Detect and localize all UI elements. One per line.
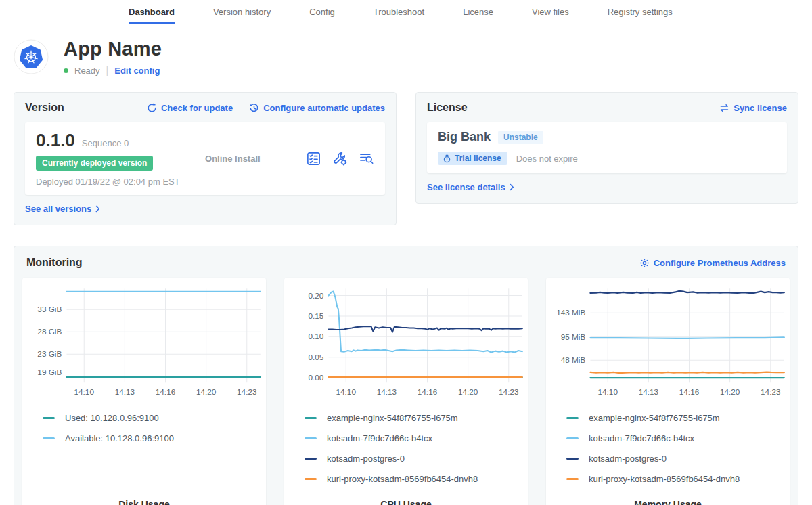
svg-text:0.10: 0.10 (308, 332, 323, 341)
legend-swatch (43, 437, 55, 439)
see-license-details-link[interactable]: See license details (427, 182, 514, 192)
svg-text:14:16: 14:16 (418, 387, 438, 396)
see-all-versions-link[interactable]: See all versions (25, 204, 100, 214)
svg-text:14:10: 14:10 (336, 387, 357, 396)
svg-text:14:23: 14:23 (499, 387, 519, 396)
legend-label: example-nginx-54f8f76755-l675m (327, 413, 458, 423)
tab-version-history[interactable]: Version history (213, 0, 271, 24)
chart-title-disk-usage: Disk Usage (22, 484, 266, 505)
app-status-text: Ready (74, 66, 100, 76)
legend-label: kurl-proxy-kotsadm-8569fb6454-dnvh8 (327, 474, 478, 484)
version-card-title: Version (25, 102, 64, 114)
svg-text:14:23: 14:23 (237, 387, 257, 396)
svg-text:19 GiB: 19 GiB (37, 368, 62, 376)
legend-item-example-nginx-54f8f76755-l675m[interactable]: example-nginx-54f8f76755-l675m (304, 413, 528, 423)
gear-icon (639, 258, 650, 268)
install-type-label: Online Install (205, 154, 261, 164)
app-title: App Name (64, 38, 162, 60)
chart-legend-memory-usage: example-nginx-54f8f76755-l675mkotsadm-7f… (566, 413, 790, 484)
chart-legend-disk-usage: Used: 10.128.0.96:9100Available: 10.128.… (43, 413, 266, 443)
svg-text:14:13: 14:13 (377, 387, 397, 396)
legend-label: kotsadm-7f9dc7d66c-b4tcx (327, 433, 432, 443)
svg-text:0.15: 0.15 (308, 311, 323, 320)
sync-license-button[interactable]: Sync license (719, 103, 787, 113)
configure-prometheus-button[interactable]: Configure Prometheus Address (639, 258, 786, 268)
svg-text:14:16: 14:16 (156, 387, 176, 396)
chart-card-disk-usage: 14:1014:1314:1614:2014:2333 GiB28 GiB23 … (22, 278, 266, 505)
legend-item-kurl-proxy-kotsadm-8569fb6454-dnvh8[interactable]: kurl-proxy-kotsadm-8569fb6454-dnvh8 (566, 474, 790, 484)
legend-swatch (566, 478, 579, 480)
update-schedule-icon (249, 103, 259, 113)
chart-plot-cpu-usage[interactable]: 14:1014:1314:1614:2014:230.200.150.100.0… (284, 280, 528, 402)
legend-item-used-10-128-0-96-9100[interactable]: Used: 10.128.0.96:9100 (43, 413, 266, 423)
edit-config-link[interactable]: Edit config (114, 66, 160, 76)
svg-text:14:10: 14:10 (598, 387, 618, 396)
svg-text:14:20: 14:20 (196, 387, 217, 396)
chevron-right-icon (95, 205, 100, 213)
top-nav: DashboardVersion historyConfigTroublesho… (0, 0, 812, 24)
legend-label: Used: 10.128.0.96:9100 (65, 413, 159, 423)
sequence-label: Sequence 0 (82, 138, 129, 148)
chart-card-memory-usage: 14:1014:1314:1614:2014:23143 MiB95 MiB48… (546, 278, 790, 505)
svg-text:14:13: 14:13 (115, 387, 135, 396)
svg-text:14:23: 14:23 (761, 387, 781, 396)
legend-item-available-10-128-0-96-9100[interactable]: Available: 10.128.0.96:9100 (43, 433, 266, 443)
license-card: License Sync license Big Bank Unstable T… (415, 92, 798, 204)
legend-label: Available: 10.128.0.96:9100 (65, 433, 174, 443)
chart-legend-cpu-usage: example-nginx-54f8f76755-l675mkotsadm-7f… (304, 413, 528, 484)
preflight-checks-icon[interactable] (306, 151, 321, 167)
svg-text:0.05: 0.05 (308, 353, 323, 361)
deploy-logs-icon[interactable] (359, 151, 374, 167)
chart-card-cpu-usage: 14:1014:1314:1614:2014:230.200.150.100.0… (284, 278, 528, 505)
monitoring-title: Monitoring (26, 257, 83, 269)
svg-text:0.00: 0.00 (308, 373, 323, 382)
tab-registry-settings[interactable]: Registry settings (608, 0, 673, 24)
edit-config-wrench-icon[interactable] (332, 151, 348, 167)
legend-item-kotsadm-postgres-0[interactable]: kotsadm-postgres-0 (304, 454, 528, 464)
trial-license-badge: Trial license (438, 152, 508, 165)
svg-text:14:10: 14:10 (74, 387, 95, 396)
legend-label: kurl-proxy-kotsadm-8569fb6454-dnvh8 (589, 474, 740, 484)
svg-text:48 MiB: 48 MiB (561, 355, 586, 364)
chart-title-cpu-usage: CPU Usage (284, 484, 528, 505)
monitoring-section: Monitoring Configure Prometheus Address … (14, 246, 798, 505)
legend-swatch (43, 417, 55, 419)
legend-item-kotsadm-7f9dc7d66c-b4tcx[interactable]: kotsadm-7f9dc7d66c-b4tcx (566, 433, 790, 443)
svg-text:0.20: 0.20 (308, 291, 323, 300)
svg-text:14:16: 14:16 (679, 387, 700, 396)
legend-item-kurl-proxy-kotsadm-8569fb6454-dnvh8[interactable]: kurl-proxy-kotsadm-8569fb6454-dnvh8 (304, 474, 528, 484)
ready-status-dot (64, 68, 68, 73)
legend-label: kotsadm-postgres-0 (589, 454, 667, 464)
svg-text:95 MiB: 95 MiB (561, 332, 586, 341)
chart-plot-disk-usage[interactable]: 14:1014:1314:1614:2014:2333 GiB28 GiB23 … (22, 280, 266, 402)
tab-troubleshoot[interactable]: Troubleshoot (374, 0, 424, 24)
license-expiry-text: Does not expire (516, 154, 578, 164)
page-content: App Name Ready | Edit config Version Che… (0, 38, 812, 505)
legend-label: kotsadm-7f9dc7d66c-b4tcx (589, 433, 694, 443)
svg-text:14:13: 14:13 (639, 387, 659, 396)
legend-swatch (566, 417, 579, 419)
tab-view-files[interactable]: View files (532, 0, 569, 24)
legend-item-example-nginx-54f8f76755-l675m[interactable]: example-nginx-54f8f76755-l675m (566, 413, 790, 423)
tab-dashboard[interactable]: Dashboard (129, 0, 175, 24)
license-card-title: License (427, 102, 468, 114)
tab-license[interactable]: License (463, 0, 493, 24)
current-version-panel: 0.1.0 Sequence 0 Currently deployed vers… (25, 122, 385, 195)
svg-text:23 GiB: 23 GiB (37, 349, 62, 358)
check-for-update-button[interactable]: Check for update (147, 103, 233, 113)
app-header: App Name Ready | Edit config (14, 38, 798, 76)
legend-item-kotsadm-7f9dc7d66c-b4tcx[interactable]: kotsadm-7f9dc7d66c-b4tcx (304, 433, 528, 443)
version-card: Version Check for update Configure autom… (14, 92, 397, 225)
tab-config[interactable]: Config (309, 0, 335, 24)
deployed-timestamp: Deployed 01/19/22 @ 02:04 pm EST (36, 177, 180, 187)
legend-item-kotsadm-postgres-0[interactable]: kotsadm-postgres-0 (566, 454, 790, 464)
divider: | (106, 65, 109, 76)
version-number: 0.1.0 (36, 130, 75, 151)
chart-plot-memory-usage[interactable]: 14:1014:1314:1614:2014:23143 MiB95 MiB48… (546, 280, 790, 402)
channel-badge: Unstable (498, 131, 543, 144)
configure-automatic-updates-button[interactable]: Configure automatic updates (249, 103, 385, 113)
legend-swatch (304, 478, 317, 480)
chart-title-memory-usage: Memory Usage (546, 484, 790, 505)
license-customer-name: Big Bank (438, 130, 491, 144)
legend-swatch (304, 437, 317, 439)
